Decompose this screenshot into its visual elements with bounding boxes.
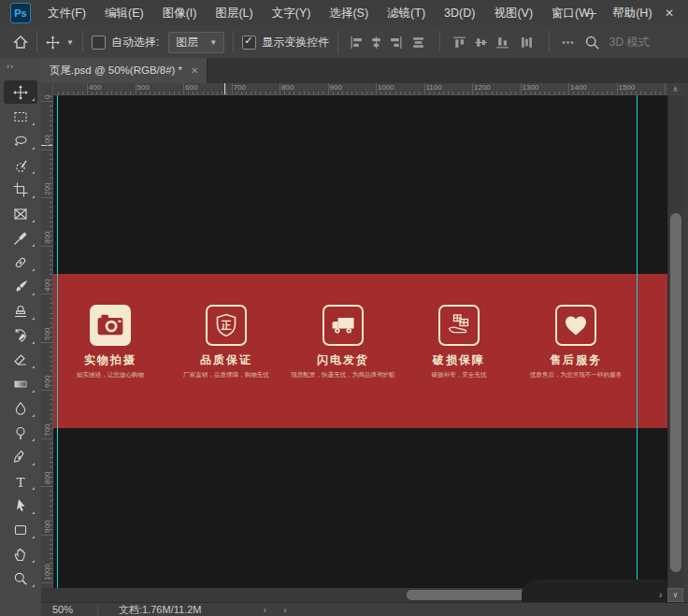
healing-brush-tool[interactable] [4, 251, 37, 274]
menubar-item-9[interactable]: 视图(V) [484, 1, 542, 26]
align-bottom-edges-icon[interactable] [495, 36, 509, 50]
distribute-horizontal-icon[interactable] [520, 36, 534, 50]
menubar-item-6[interactable]: 选择(S) [320, 1, 378, 26]
ruler-tick [150, 92, 150, 95]
maximize-icon[interactable]: □ [621, 0, 639, 26]
3d-mode-button[interactable]: 3D 模式 [609, 35, 650, 50]
align-right-edges-icon[interactable] [389, 36, 403, 50]
horizontal-scrollbar-thumb[interactable] [407, 590, 528, 600]
ruler-tick [313, 92, 314, 95]
vertical-scrollbar-thumb[interactable] [670, 213, 681, 572]
status-next-icon[interactable]: › [263, 604, 266, 615]
scroll-up-icon[interactable]: ∧ [667, 83, 683, 95]
dodge-tool[interactable] [4, 421, 37, 444]
crop-tool[interactable] [4, 178, 37, 201]
distribute-vertical-icon[interactable] [411, 36, 425, 50]
auto-select-target-dropdown[interactable]: 图层 ▼ [168, 32, 224, 53]
status-bar: 50% 文档:1.76M/11.2M › ‹ [41, 602, 688, 616]
horizontal-ruler[interactable]: 4005006007008009001000110012001300140015… [53, 83, 667, 95]
chevron-down-icon[interactable]: ▼ [66, 38, 74, 47]
minimize-icon[interactable]: — [581, 0, 600, 26]
document-tab-title: 页尾.psd @ 50%(RGB/8#) * [50, 64, 182, 78]
rectangular-marquee-tool[interactable] [4, 105, 37, 128]
svg-text:T: T [16, 474, 24, 489]
move-tool-preset-icon[interactable] [46, 36, 60, 50]
window-controls: — □ ✕ [581, 0, 679, 26]
ruler-label: 500 [43, 327, 51, 339]
quick-selection-tool[interactable] [4, 153, 37, 177]
document-tab[interactable]: 页尾.psd @ 50%(RGB/8#) * ✕ [41, 58, 208, 83]
ruler-corner[interactable] [41, 83, 53, 95]
menubar-item-3[interactable]: 图像(I) [153, 1, 207, 26]
ruler-tick [568, 83, 569, 94]
search-icon[interactable] [584, 35, 600, 50]
ruler-tick [41, 486, 52, 487]
status-prev-icon[interactable]: ‹ [283, 604, 287, 615]
vertical-ruler[interactable]: 01002003004005006007008009001000 [41, 95, 53, 588]
ruler-label: 800 [43, 472, 51, 484]
scroll-down-icon[interactable]: ∨ [667, 588, 683, 602]
ruler-tick [337, 92, 338, 95]
ruler-tick [434, 92, 435, 95]
type-tool[interactable]: T [4, 469, 37, 493]
move-tool[interactable] [4, 80, 37, 104]
rectangle-tool[interactable] [4, 518, 37, 541]
ruler-tick [50, 274, 53, 275]
menubar-item-7[interactable]: 滤镜(T) [378, 1, 435, 26]
ruler-tick [371, 92, 372, 95]
scroll-right-icon[interactable]: › [653, 588, 667, 602]
zoom-level-field[interactable]: 50% [41, 603, 98, 616]
ruler-tick [510, 92, 511, 95]
home-icon[interactable] [13, 35, 28, 50]
ruler-tick [41, 535, 52, 536]
ruler-tick [419, 92, 420, 95]
menubar-item-2[interactable]: 编辑(E) [95, 1, 153, 26]
ruler-tick [101, 92, 102, 95]
brush-tool[interactable] [4, 275, 37, 298]
align-left-edges-icon[interactable] [350, 36, 364, 50]
ruler-tick [458, 92, 459, 95]
history-brush-tool[interactable] [4, 323, 37, 347]
ruler-tick [284, 92, 285, 95]
zoom-tool[interactable] [4, 566, 37, 590]
menubar-item-5[interactable]: 文字(Y) [263, 1, 321, 26]
close-icon[interactable]: ✕ [660, 0, 679, 26]
eraser-tool[interactable] [4, 348, 37, 371]
ruler-tick [50, 558, 53, 559]
ruler-tick [535, 92, 536, 95]
clone-stamp-tool[interactable] [4, 299, 37, 322]
document-canvas[interactable]: 实物拍摄 如实描述，让您放心购物 正 品质保证 厂家直销，品质保障，购物无忧 [53, 95, 667, 588]
eyedropper-tool[interactable] [4, 226, 37, 250]
camera-icon [90, 305, 131, 346]
tab-close-icon[interactable]: ✕ [191, 65, 198, 76]
ruler-tick [50, 544, 53, 545]
align-top-edges-icon[interactable] [452, 36, 466, 50]
menubar-item-8[interactable]: 3D(D) [435, 1, 484, 26]
auto-select-checkbox[interactable] [92, 36, 106, 50]
gradient-tool[interactable] [4, 372, 37, 395]
authentic-shield-icon: 正 [206, 305, 247, 346]
vertical-scrollbar[interactable] [667, 95, 683, 588]
service-title: 闪电发货 [278, 352, 408, 368]
path-selection-tool[interactable] [4, 494, 37, 517]
ruler-tick [50, 414, 53, 415]
pen-tool[interactable] [4, 445, 37, 468]
ruler-tick [50, 222, 53, 222]
ruler-tick [50, 130, 53, 131]
expand-panel-icon[interactable]: ›› [0, 58, 41, 71]
ruler-tick [651, 92, 652, 95]
ruler-tick [622, 92, 623, 95]
tool-options-bar: ▼ 自动选择: 图层 ▼ 显示变换控件 [0, 26, 688, 59]
ruler-tick [50, 553, 53, 554]
menubar-item-1[interactable]: 文件(F) [38, 1, 95, 26]
show-transform-checkbox[interactable] [242, 36, 256, 50]
lasso-tool[interactable] [4, 129, 37, 152]
align-horizontal-centers-icon[interactable] [369, 36, 383, 50]
align-vertical-centers-icon[interactable] [474, 36, 488, 50]
blur-tool[interactable] [4, 396, 37, 420]
ruler-label: 400 [43, 279, 51, 292]
hand-tool[interactable] [4, 542, 37, 566]
more-options-icon[interactable]: ••• [562, 37, 575, 48]
frame-tool[interactable] [4, 202, 37, 225]
menubar-item-4[interactable]: 图层(L) [206, 1, 262, 26]
